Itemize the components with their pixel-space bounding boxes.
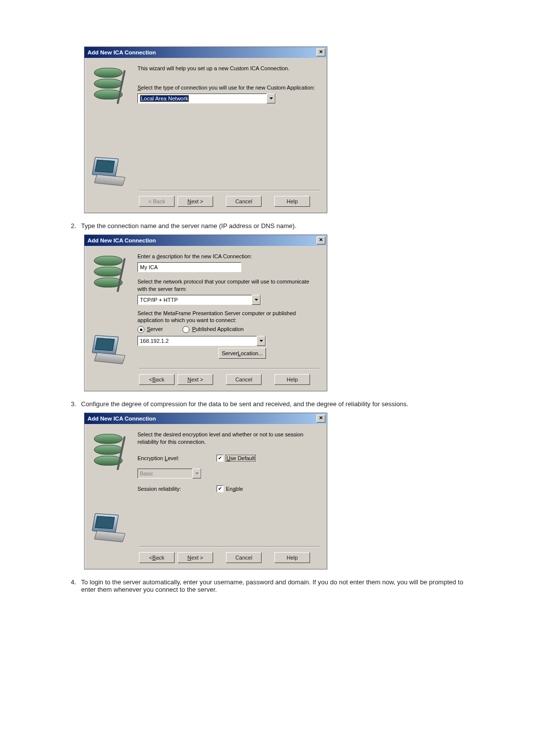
next-button[interactable]: Next > [178, 552, 213, 563]
back-button[interactable]: < Back [139, 374, 175, 385]
button-row: < Back Next > Cancel Help [139, 190, 320, 213]
svg-marker-3 [195, 472, 199, 474]
enable-checkbox[interactable]: ✔ Enable [217, 485, 320, 492]
next-button[interactable]: Next > [178, 374, 213, 385]
wizard-dialog-connection-type: Add New ICA Connection ✕ This wizard wil… [84, 47, 327, 213]
chevron-down-icon [192, 469, 201, 478]
encryption-value: Basic [140, 471, 153, 476]
session-reliability-label: Session reliability: [137, 486, 207, 492]
radio-server[interactable]: Server [137, 326, 163, 333]
step-number: 4. [64, 578, 81, 586]
encryption-intro: Select the desired encryption level and … [137, 431, 320, 446]
step-text: Configure the degree of compression for … [81, 400, 475, 408]
dialog-title: Add New ICA Connection [88, 416, 156, 422]
description-label: Enter a description for the new ICA Conn… [137, 253, 320, 260]
title-bar: Add New ICA Connection ✕ [85, 47, 327, 58]
description-input[interactable]: My ICA [137, 262, 241, 272]
use-default-label: Use Default [226, 455, 255, 461]
server-value: 168.192.1.2 [140, 338, 169, 344]
server-location-button[interactable]: Server Location... [219, 348, 266, 359]
checkbox-icon: ✔ [217, 455, 223, 462]
chevron-down-icon [257, 336, 266, 346]
radio-icon [182, 326, 189, 333]
intro-text: This wizard will help you set up a new C… [137, 65, 320, 72]
connection-type-value: Local Area Network [140, 95, 189, 102]
radio-icon [137, 326, 144, 333]
step-3: 3. Configure the degree of compression f… [64, 400, 475, 408]
encryption-select-disabled: Basic [137, 469, 202, 478]
back-button[interactable]: < Back [139, 552, 175, 563]
server-stack-icon [89, 64, 126, 108]
monitor-icon [93, 336, 126, 362]
next-button[interactable]: Next > [178, 196, 213, 207]
close-icon[interactable]: ✕ [316, 415, 325, 423]
cancel-button[interactable]: Cancel [226, 374, 262, 385]
server-stack-icon [89, 252, 126, 296]
server-address-combobox[interactable]: 168.192.1.2 [137, 336, 266, 346]
help-button[interactable]: Help [274, 552, 310, 563]
wizard-dialog-encryption: Add New ICA Connection ✕ Select the desi… [84, 413, 327, 569]
protocol-select[interactable]: TCP/IP + HTTP [137, 295, 261, 305]
use-default-checkbox[interactable]: ✔ Use Default [217, 455, 320, 462]
title-bar: Add New ICA Connection ✕ [85, 235, 327, 246]
wizard-graphic [89, 64, 132, 188]
wizard-graphic [89, 252, 132, 366]
wizard-graphic [89, 430, 132, 544]
protocol-label: Select the network protocol that your co… [137, 278, 320, 293]
svg-marker-1 [255, 299, 258, 301]
svg-marker-0 [269, 97, 273, 99]
step-text: Type the connection name and the server … [81, 222, 475, 230]
cancel-button[interactable]: Cancel [226, 552, 262, 563]
radio-published-app[interactable]: Published Application [182, 326, 244, 333]
encryption-level-label: Encryption Level: [137, 455, 207, 461]
step-number: 2. [64, 222, 81, 230]
enable-label: Enable [226, 486, 243, 492]
dialog-title: Add New ICA Connection [88, 49, 156, 55]
dialog-title: Add New ICA Connection [88, 237, 156, 243]
close-icon[interactable]: ✕ [316, 48, 325, 56]
step-4: 4. To login to the server automatically,… [64, 578, 475, 593]
step-2: 2. Type the connection name and the serv… [64, 222, 475, 230]
button-row: < Back Next > Cancel Help [139, 547, 320, 569]
back-button: < Back [139, 196, 175, 207]
protocol-value: TCP/IP + HTTP [140, 297, 178, 303]
help-button[interactable]: Help [274, 196, 310, 207]
wizard-dialog-description: Add New ICA Connection ✕ Enter a descrip… [84, 235, 327, 391]
checkbox-icon: ✔ [217, 485, 223, 492]
monitor-icon [93, 514, 126, 540]
monitor-icon [93, 158, 126, 184]
connection-type-label: Select the type of connection you will u… [137, 84, 320, 92]
step-text: To login to the server automatically, en… [81, 578, 475, 593]
svg-marker-2 [260, 340, 263, 342]
server-stack-icon [89, 430, 126, 474]
help-button[interactable]: Help [274, 374, 310, 385]
chevron-down-icon [267, 94, 275, 103]
chevron-down-icon [252, 295, 261, 305]
title-bar: Add New ICA Connection ✕ [85, 413, 327, 424]
step-number: 3. [64, 400, 81, 408]
cancel-button[interactable]: Cancel [226, 196, 262, 207]
close-icon[interactable]: ✕ [316, 236, 325, 244]
connection-type-select[interactable]: Local Area Network [137, 94, 276, 103]
document-page: Add New ICA Connection ✕ This wizard wil… [0, 0, 534, 628]
button-row: < Back Next > Cancel Help [139, 369, 320, 391]
server-app-label: Select the MetaFrame Presentation Server… [137, 310, 320, 325]
